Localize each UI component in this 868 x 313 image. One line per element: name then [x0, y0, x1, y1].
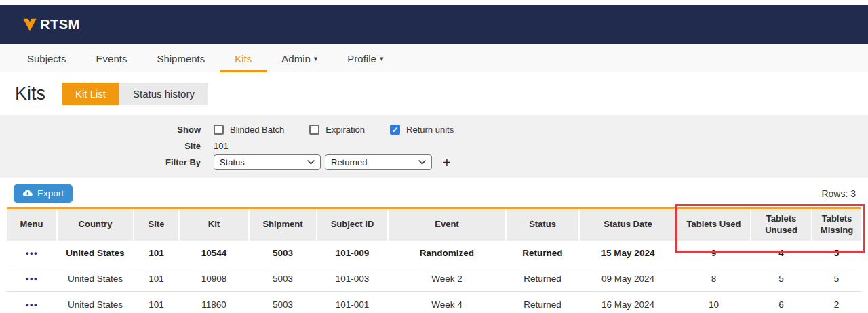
cell-tablets-unused: 4 [751, 241, 812, 266]
export-button[interactable]: Export [14, 184, 73, 203]
table-row: •••United States101118605003101-001Week … [7, 291, 861, 313]
cell-event: Randomized [388, 241, 506, 266]
cell-country: United States [57, 291, 134, 313]
cell-shipment: 5003 [249, 241, 317, 266]
show-label: Show [0, 125, 201, 135]
site-label: Site [0, 141, 201, 151]
menu-cell: ••• [7, 266, 57, 291]
cell-subject-id: 101-001 [317, 291, 388, 313]
column-header-shipment: Shipment [249, 209, 317, 241]
cell-tablets-used: 8 [677, 266, 751, 291]
export-label: Export [37, 188, 64, 199]
cell-country: United States [57, 266, 134, 291]
column-header-status: Status [506, 209, 579, 241]
cell-kit: 10908 [179, 266, 249, 291]
cell-tablets-used: 10 [677, 291, 751, 313]
cell-site: 101 [134, 266, 179, 291]
cell-status: Returned [506, 266, 579, 291]
cell-tablets-unused: 6 [751, 291, 812, 313]
table-row: •••United States101109085003101-003Week … [7, 266, 861, 291]
nav-item-profile[interactable]: Profile▾ [332, 44, 398, 72]
nav-item-subjects[interactable]: Subjects [12, 44, 81, 72]
checkbox-label: Expiration [326, 125, 365, 135]
column-header-kit: Kit [179, 209, 249, 241]
cell-tablets-missing: 2 [812, 291, 861, 313]
column-header-tablets-unused: Tablets Unused [751, 209, 812, 241]
nav-item-admin[interactable]: Admin▾ [267, 44, 332, 72]
row-menu-button[interactable]: ••• [26, 248, 38, 258]
app-logo: RTSM [22, 17, 80, 33]
filter-value: Returned [331, 157, 367, 167]
checkbox-checked-icon[interactable]: ✓ [390, 125, 400, 135]
filter-by-label: Filter By [0, 157, 201, 167]
filter-value-select[interactable]: Returned [325, 154, 432, 170]
cell-subject-id: 101-003 [317, 266, 388, 291]
checkbox-expiration[interactable]: Expiration [309, 125, 365, 135]
cell-status-date: 09 May 2024 [579, 266, 677, 291]
add-filter-button[interactable]: + [443, 156, 451, 169]
checkbox-return-units[interactable]: ✓Return units [390, 125, 454, 135]
filter-field-select[interactable]: Status [214, 154, 321, 170]
cell-event: Week 2 [388, 266, 506, 291]
cell-kit: 11860 [179, 291, 249, 313]
cell-shipment: 5003 [249, 266, 317, 291]
nav-item-events[interactable]: Events [81, 44, 142, 72]
column-header-tablets-missing: Tablets Missing [812, 209, 861, 241]
cell-status-date: 15 May 2024 [579, 241, 677, 266]
chevron-down-icon [418, 160, 426, 165]
column-header-status-date: Status Date [579, 209, 677, 241]
tab-kit-list[interactable]: Kit List [62, 83, 119, 105]
cell-status: Returned [506, 241, 579, 266]
cell-site: 101 [134, 241, 179, 266]
column-header-tablets-used: Tablets Used [677, 209, 751, 241]
cell-event: Week 4 [388, 291, 506, 313]
column-header-site: Site [134, 209, 179, 241]
main-nav: SubjectsEventsShipmentsKitsAdmin▾Profile… [0, 44, 868, 72]
cloud-download-icon [22, 190, 33, 197]
checkbox-unchecked-icon[interactable] [214, 125, 224, 135]
cell-tablets-unused: 5 [751, 266, 812, 291]
logo-v-icon [22, 18, 37, 33]
app-header: RTSM [0, 5, 868, 44]
chevron-down-icon [307, 160, 315, 165]
checkbox-unchecked-icon[interactable] [309, 125, 319, 135]
menu-cell: ••• [7, 241, 57, 266]
cell-tablets-missing: 5 [812, 241, 861, 266]
cell-status: Returned [506, 291, 579, 313]
filter-field-value: Status [220, 157, 245, 167]
logo-text: RTSM [40, 17, 80, 33]
tab-status-history[interactable]: Status history [119, 83, 208, 105]
filter-by-row: Filter By Status Returned + [0, 154, 868, 170]
rows-count: Rows: 3 [821, 188, 856, 199]
nav-item-shipments[interactable]: Shipments [142, 44, 220, 72]
cell-country: United States [57, 241, 134, 266]
table-row: •••United States101105445003101-009Rando… [7, 241, 861, 266]
menu-cell: ••• [7, 291, 57, 313]
chevron-down-icon: ▾ [314, 54, 318, 63]
column-header-country: Country [57, 209, 134, 241]
show-checkboxes: Blinded BatchExpiration✓Return units [214, 125, 479, 135]
cell-site: 101 [134, 291, 179, 313]
checkbox-blinded-batch[interactable]: Blinded Batch [214, 125, 284, 135]
table-body: •••United States101105445003101-009Rando… [7, 241, 861, 313]
site-filter-row: Site 101 [0, 138, 868, 154]
cell-subject-id: 101-009 [317, 241, 388, 266]
cell-tablets-used: 9 [677, 241, 751, 266]
view-toggle: Kit List Status history [62, 83, 208, 105]
column-header-event: Event [388, 209, 506, 241]
page-title: Kits [15, 83, 45, 104]
row-menu-button[interactable]: ••• [26, 299, 38, 310]
table-toolbar: Export Rows: 3 [14, 184, 856, 203]
filter-panel: Show Blinded BatchExpiration✓Return unit… [0, 115, 868, 178]
page-heading-row: Kits Kit List Status history [15, 83, 868, 105]
checkbox-label: Return units [406, 125, 454, 135]
nav-item-kits[interactable]: Kits [220, 44, 267, 72]
cell-status-date: 16 May 2024 [579, 291, 677, 313]
chevron-down-icon: ▾ [380, 54, 384, 63]
cell-shipment: 5003 [249, 291, 317, 313]
show-filter-row: Show Blinded BatchExpiration✓Return unit… [0, 122, 868, 138]
row-menu-button[interactable]: ••• [26, 274, 38, 284]
column-header-subject-id: Subject ID [317, 209, 388, 241]
table-header-row: MenuCountrySiteKitShipmentSubject IDEven… [7, 209, 861, 241]
column-header-menu: Menu [7, 209, 57, 241]
